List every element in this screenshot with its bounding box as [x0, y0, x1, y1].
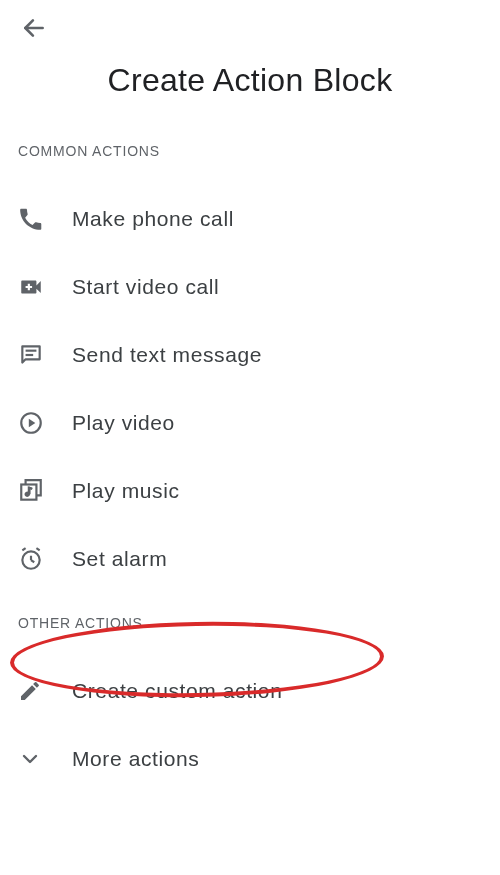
action-set-alarm[interactable]: Set alarm: [0, 525, 500, 593]
message-icon: [18, 342, 52, 368]
section-label-other: OTHER ACTIONS: [0, 615, 500, 631]
svg-line-10: [22, 548, 25, 550]
alarm-icon: [18, 546, 52, 572]
svg-line-9: [31, 560, 34, 562]
action-play-video[interactable]: Play video: [0, 389, 500, 457]
action-label: Create custom action: [72, 679, 282, 703]
phone-icon: [18, 206, 52, 232]
video-call-icon: [18, 274, 52, 300]
action-label: Send text message: [72, 343, 262, 367]
action-play-music[interactable]: Play music: [0, 457, 500, 525]
action-create-custom[interactable]: Create custom action: [0, 657, 500, 725]
action-label: Set alarm: [72, 547, 167, 571]
action-label: Play video: [72, 411, 175, 435]
chevron-down-icon: [18, 747, 52, 771]
action-label: Play music: [72, 479, 180, 503]
play-video-icon: [18, 410, 52, 436]
svg-marker-4: [29, 419, 36, 428]
action-label: Make phone call: [72, 207, 234, 231]
page-title: Create Action Block: [0, 62, 500, 99]
action-start-video-call[interactable]: Start video call: [0, 253, 500, 321]
action-send-text-message[interactable]: Send text message: [0, 321, 500, 389]
action-label: More actions: [72, 747, 199, 771]
action-more-actions[interactable]: More actions: [0, 725, 500, 793]
play-music-icon: [18, 478, 52, 504]
action-label: Start video call: [72, 275, 219, 299]
svg-line-11: [36, 548, 39, 550]
back-arrow-icon: [21, 15, 47, 41]
section-label-common: COMMON ACTIONS: [0, 143, 500, 159]
pencil-icon: [18, 679, 52, 703]
action-make-phone-call[interactable]: Make phone call: [0, 185, 500, 253]
back-button[interactable]: [14, 8, 54, 48]
